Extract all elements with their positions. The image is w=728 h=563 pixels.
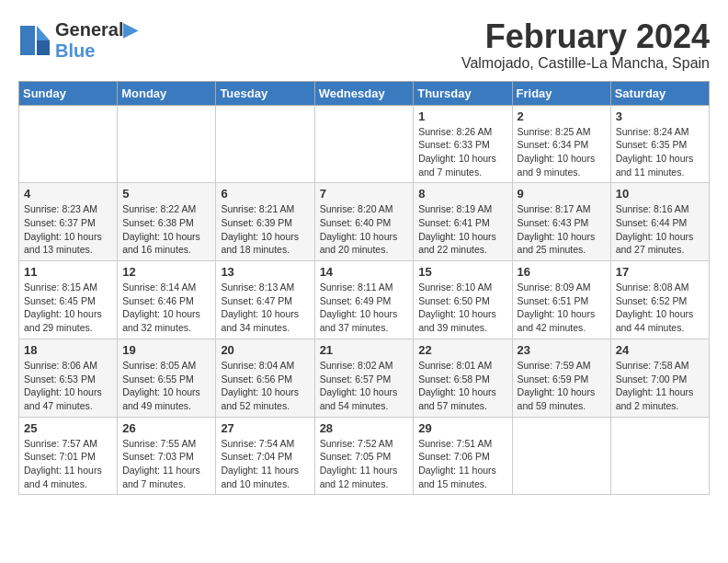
calendar-cell: 2Sunrise: 8:25 AMSunset: 6:34 PMDaylight… xyxy=(512,105,610,183)
calendar-cell: 18Sunrise: 8:06 AMSunset: 6:53 PMDayligh… xyxy=(19,339,118,417)
calendar-cell: 10Sunrise: 8:16 AMSunset: 6:44 PMDayligh… xyxy=(610,183,709,261)
day-info: Sunrise: 8:15 AMSunset: 6:45 PMDaylight:… xyxy=(24,281,112,335)
calendar-cell: 8Sunrise: 8:19 AMSunset: 6:41 PMDaylight… xyxy=(414,183,512,261)
calendar-cell: 5Sunrise: 8:22 AMSunset: 6:38 PMDaylight… xyxy=(118,183,216,261)
calendar-cell: 12Sunrise: 8:14 AMSunset: 6:46 PMDayligh… xyxy=(118,261,216,339)
day-number: 3 xyxy=(616,109,704,123)
day-info: Sunrise: 8:11 AMSunset: 6:49 PMDaylight:… xyxy=(320,281,409,335)
calendar-cell xyxy=(512,417,610,495)
location: Valmojado, Castille-La Mancha, Spain xyxy=(461,55,710,72)
calendar-cell: 24Sunrise: 7:58 AMSunset: 7:00 PMDayligh… xyxy=(610,339,709,417)
day-number: 13 xyxy=(221,265,309,279)
day-info: Sunrise: 8:09 AMSunset: 6:51 PMDaylight:… xyxy=(518,281,606,335)
calendar-cell: 25Sunrise: 7:57 AMSunset: 7:01 PMDayligh… xyxy=(19,417,118,495)
day-number: 22 xyxy=(418,343,506,357)
day-number: 28 xyxy=(320,421,409,435)
day-info: Sunrise: 7:51 AMSunset: 7:06 PMDaylight:… xyxy=(418,437,506,491)
day-number: 11 xyxy=(24,265,112,279)
day-number: 18 xyxy=(24,343,112,357)
day-number: 9 xyxy=(518,187,606,201)
calendar-cell: 14Sunrise: 8:11 AMSunset: 6:49 PMDayligh… xyxy=(314,261,414,339)
day-number: 1 xyxy=(418,109,506,123)
day-info: Sunrise: 7:58 AMSunset: 7:00 PMDaylight:… xyxy=(616,359,704,413)
day-info: Sunrise: 8:20 AMSunset: 6:40 PMDaylight:… xyxy=(320,202,409,257)
calendar-cell: 9Sunrise: 8:17 AMSunset: 6:43 PMDaylight… xyxy=(512,183,610,261)
calendar-week-row: 18Sunrise: 8:06 AMSunset: 6:53 PMDayligh… xyxy=(19,339,710,417)
day-info: Sunrise: 8:23 AMSunset: 6:37 PMDaylight:… xyxy=(24,202,112,257)
day-info: Sunrise: 7:55 AMSunset: 7:03 PMDaylight:… xyxy=(122,437,210,491)
day-info: Sunrise: 8:21 AMSunset: 6:39 PMDaylight:… xyxy=(221,202,309,257)
day-number: 4 xyxy=(24,187,112,201)
day-info: Sunrise: 8:24 AMSunset: 6:35 PMDaylight:… xyxy=(616,125,704,179)
day-number: 7 xyxy=(320,187,409,201)
calendar-cell xyxy=(216,105,314,183)
day-info: Sunrise: 8:10 AMSunset: 6:50 PMDaylight:… xyxy=(418,281,506,335)
calendar-cell xyxy=(19,105,118,183)
calendar-week-row: 4Sunrise: 8:23 AMSunset: 6:37 PMDaylight… xyxy=(19,183,710,261)
calendar-cell: 29Sunrise: 7:51 AMSunset: 7:06 PMDayligh… xyxy=(414,417,512,495)
header-thursday: Thursday xyxy=(414,81,512,105)
day-info: Sunrise: 8:26 AMSunset: 6:33 PMDaylight:… xyxy=(418,125,506,179)
calendar-week-row: 1Sunrise: 8:26 AMSunset: 6:33 PMDaylight… xyxy=(19,105,710,183)
day-info: Sunrise: 8:22 AMSunset: 6:38 PMDaylight:… xyxy=(122,202,210,257)
calendar-cell: 4Sunrise: 8:23 AMSunset: 6:37 PMDaylight… xyxy=(19,183,118,261)
calendar-cell: 13Sunrise: 8:13 AMSunset: 6:47 PMDayligh… xyxy=(216,261,314,339)
calendar-cell: 3Sunrise: 8:24 AMSunset: 6:35 PMDaylight… xyxy=(610,105,709,183)
day-number: 25 xyxy=(24,421,112,435)
calendar-cell: 15Sunrise: 8:10 AMSunset: 6:50 PMDayligh… xyxy=(414,261,512,339)
calendar-cell: 27Sunrise: 7:54 AMSunset: 7:04 PMDayligh… xyxy=(216,417,314,495)
calendar-table: Sunday Monday Tuesday Wednesday Thursday… xyxy=(18,81,710,496)
day-number: 17 xyxy=(616,265,704,279)
day-info: Sunrise: 8:06 AMSunset: 6:53 PMDaylight:… xyxy=(24,359,112,413)
logo: General▶ Blue xyxy=(18,18,137,62)
day-number: 20 xyxy=(221,343,309,357)
day-number: 23 xyxy=(518,343,606,357)
svg-marker-1 xyxy=(37,40,50,55)
calendar-cell: 11Sunrise: 8:15 AMSunset: 6:45 PMDayligh… xyxy=(19,261,118,339)
calendar-week-row: 25Sunrise: 7:57 AMSunset: 7:01 PMDayligh… xyxy=(19,417,710,495)
header-monday: Monday xyxy=(118,81,216,105)
svg-marker-0 xyxy=(37,26,50,40)
calendar-cell: 20Sunrise: 8:04 AMSunset: 6:56 PMDayligh… xyxy=(216,339,314,417)
calendar-cell xyxy=(610,417,709,495)
day-info: Sunrise: 7:57 AMSunset: 7:01 PMDaylight:… xyxy=(24,437,112,491)
calendar-cell: 28Sunrise: 7:52 AMSunset: 7:05 PMDayligh… xyxy=(314,417,414,495)
day-info: Sunrise: 8:13 AMSunset: 6:47 PMDaylight:… xyxy=(221,281,309,335)
calendar-cell: 21Sunrise: 8:02 AMSunset: 6:57 PMDayligh… xyxy=(314,339,414,417)
calendar-cell: 23Sunrise: 7:59 AMSunset: 6:59 PMDayligh… xyxy=(512,339,610,417)
logo-icon xyxy=(18,24,51,57)
day-info: Sunrise: 8:04 AMSunset: 6:56 PMDaylight:… xyxy=(221,359,309,413)
day-number: 8 xyxy=(418,187,506,201)
day-number: 29 xyxy=(418,421,506,435)
calendar-header-row: Sunday Monday Tuesday Wednesday Thursday… xyxy=(19,81,710,105)
month-title: February 2024 xyxy=(461,18,710,55)
calendar-cell xyxy=(118,105,216,183)
calendar-cell: 6Sunrise: 8:21 AMSunset: 6:39 PMDaylight… xyxy=(216,183,314,261)
day-number: 16 xyxy=(518,265,606,279)
day-info: Sunrise: 8:08 AMSunset: 6:52 PMDaylight:… xyxy=(616,281,704,335)
day-number: 6 xyxy=(221,187,309,201)
header-saturday: Saturday xyxy=(610,81,709,105)
header-friday: Friday xyxy=(512,81,610,105)
day-info: Sunrise: 8:05 AMSunset: 6:55 PMDaylight:… xyxy=(122,359,210,413)
header-tuesday: Tuesday xyxy=(216,81,314,105)
day-number: 26 xyxy=(122,421,210,435)
day-number: 14 xyxy=(320,265,409,279)
svg-rect-2 xyxy=(20,26,35,55)
day-number: 10 xyxy=(616,187,704,201)
calendar-cell: 17Sunrise: 8:08 AMSunset: 6:52 PMDayligh… xyxy=(610,261,709,339)
day-number: 2 xyxy=(518,109,606,123)
day-number: 12 xyxy=(122,265,210,279)
day-info: Sunrise: 7:52 AMSunset: 7:05 PMDaylight:… xyxy=(320,437,409,491)
day-number: 19 xyxy=(122,343,210,357)
calendar-cell: 16Sunrise: 8:09 AMSunset: 6:51 PMDayligh… xyxy=(512,261,610,339)
day-info: Sunrise: 8:25 AMSunset: 6:34 PMDaylight:… xyxy=(518,125,606,179)
day-info: Sunrise: 8:02 AMSunset: 6:57 PMDaylight:… xyxy=(320,359,409,413)
day-info: Sunrise: 8:14 AMSunset: 6:46 PMDaylight:… xyxy=(122,281,210,335)
day-info: Sunrise: 7:54 AMSunset: 7:04 PMDaylight:… xyxy=(221,437,309,491)
page-header: General▶ Blue February 2024 Valmojado, C… xyxy=(18,18,710,72)
calendar-cell: 1Sunrise: 8:26 AMSunset: 6:33 PMDaylight… xyxy=(414,105,512,183)
logo-text: General▶ Blue xyxy=(55,18,137,62)
day-info: Sunrise: 8:19 AMSunset: 6:41 PMDaylight:… xyxy=(418,202,506,257)
header-sunday: Sunday xyxy=(19,81,118,105)
